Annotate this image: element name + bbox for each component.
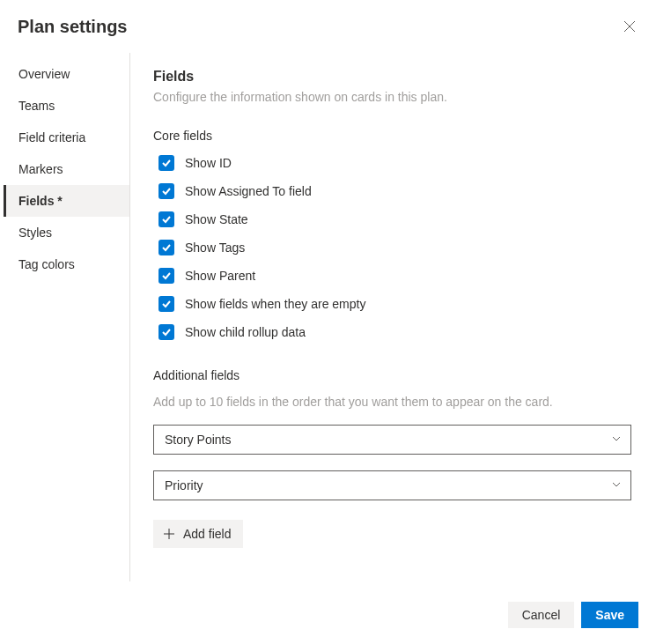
checkbox-show-empty[interactable] [158, 296, 174, 312]
section-title: Fields [153, 69, 631, 85]
checkbox-label: Show child rollup data [185, 325, 306, 339]
checkbox-label: Show State [185, 212, 248, 226]
sidebar-item-teams[interactable]: Teams [4, 90, 129, 122]
check-icon [161, 186, 172, 196]
check-icon [161, 242, 172, 253]
add-field-label: Add field [183, 527, 231, 541]
checkbox-label: Show ID [185, 156, 232, 170]
checkbox-show-id[interactable] [158, 155, 174, 171]
checkbox-row-show-state: Show State [153, 211, 631, 227]
section-description: Configure the information shown on cards… [153, 90, 631, 104]
plus-icon [162, 527, 176, 541]
chevron-down-icon [611, 433, 622, 447]
checkbox-label: Show Tags [185, 241, 245, 255]
check-icon [161, 158, 172, 168]
check-icon [161, 299, 172, 309]
sidebar-item-fields[interactable]: Fields * [4, 185, 129, 217]
check-icon [161, 214, 172, 225]
settings-sidebar: Overview Teams Field criteria Markers Fi… [4, 53, 130, 581]
save-button[interactable]: Save [581, 602, 638, 628]
select-value: Priority [165, 478, 203, 492]
checkbox-row-show-empty: Show fields when they are empty [153, 296, 631, 312]
checkbox-show-tags[interactable] [158, 240, 174, 255]
checkbox-show-rollup[interactable] [158, 324, 174, 340]
checkbox-label: Show Assigned To field [185, 184, 312, 198]
additional-field-select-0[interactable]: Story Points [153, 425, 631, 455]
checkbox-label: Show Parent [185, 269, 255, 283]
sidebar-item-field-criteria[interactable]: Field criteria [4, 122, 129, 153]
add-field-button[interactable]: Add field [153, 520, 243, 548]
checkbox-row-show-tags: Show Tags [153, 240, 631, 255]
core-fields-heading: Core fields [153, 129, 631, 143]
close-button[interactable] [619, 16, 640, 37]
checkbox-row-show-assigned-to: Show Assigned To field [153, 183, 631, 199]
select-value: Story Points [165, 433, 231, 447]
chevron-down-icon [611, 478, 622, 492]
panel-content: Fields Configure the information shown o… [130, 53, 656, 581]
cancel-button[interactable]: Cancel [508, 602, 575, 628]
checkbox-label: Show fields when they are empty [185, 297, 365, 311]
close-icon [623, 19, 637, 33]
checkbox-row-show-parent: Show Parent [153, 268, 631, 284]
additional-fields-heading: Additional fields [153, 368, 631, 382]
checkbox-show-state[interactable] [158, 211, 174, 227]
check-icon [161, 270, 172, 281]
checkbox-show-assigned-to[interactable] [158, 183, 174, 199]
additional-fields-description: Add up to 10 fields in the order that yo… [153, 395, 631, 409]
checkbox-row-show-id: Show ID [153, 155, 631, 171]
checkbox-row-show-rollup: Show child rollup data [153, 324, 631, 340]
sidebar-item-overview[interactable]: Overview [4, 58, 129, 90]
additional-field-select-1[interactable]: Priority [153, 470, 631, 500]
sidebar-item-markers[interactable]: Markers [4, 153, 129, 185]
check-icon [161, 327, 172, 337]
checkbox-show-parent[interactable] [158, 268, 174, 284]
sidebar-item-tag-colors[interactable]: Tag colors [4, 248, 129, 280]
sidebar-item-styles[interactable]: Styles [4, 217, 129, 248]
page-title: Plan settings [18, 17, 127, 37]
